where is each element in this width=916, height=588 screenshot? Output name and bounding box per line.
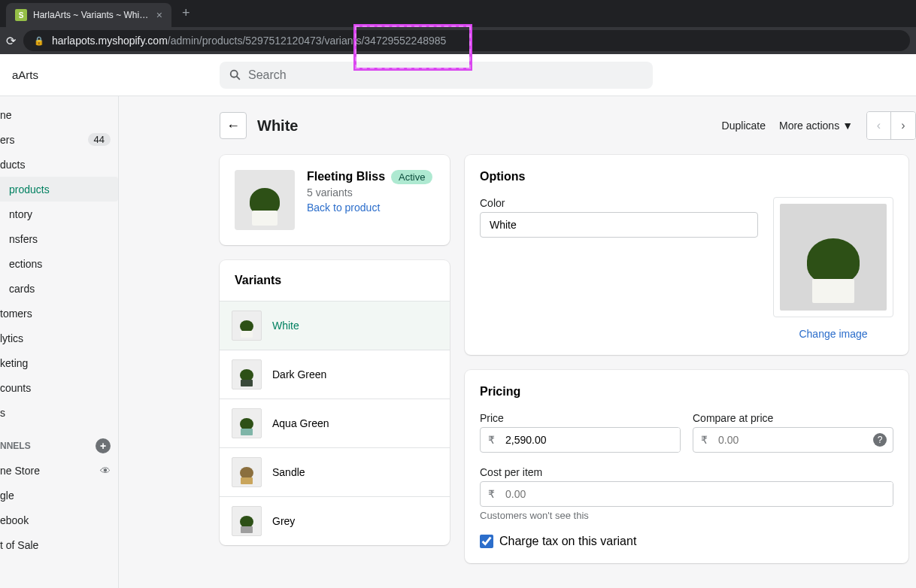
- sidebar-nav: neers44ductsproductsntorynsfersectionsca…: [0, 96, 119, 588]
- search-input[interactable]: Search: [220, 62, 653, 89]
- price-label: Price: [480, 412, 681, 424]
- url-bar[interactable]: 🔒 harlapots.myshopify.com/admin/products…: [23, 30, 910, 51]
- shopify-favicon: S: [15, 9, 27, 21]
- pricing-card: Pricing Price ₹ Compare at price: [465, 370, 908, 563]
- next-variant-button[interactable]: ›: [891, 112, 915, 139]
- variant-thumb: [232, 311, 262, 341]
- sidebar-item[interactable]: counts: [0, 375, 118, 400]
- product-name: Fleeting Bliss: [307, 170, 385, 183]
- variant-item[interactable]: Grey: [220, 496, 450, 545]
- url-text: harlapots.myshopify.com/admin/products/5…: [52, 35, 446, 47]
- prev-variant-button[interactable]: ‹: [867, 112, 891, 139]
- back-to-product-link[interactable]: Back to product: [307, 202, 380, 214]
- main-content: ← White Duplicate More actions▼ ‹ › Flee…: [119, 96, 916, 588]
- variant-item[interactable]: Dark Green: [220, 350, 450, 399]
- variant-image[interactable]: [773, 197, 893, 317]
- duplicate-button[interactable]: Duplicate: [722, 120, 766, 132]
- variant-label: Dark Green: [272, 368, 326, 380]
- close-tab-icon[interactable]: ×: [156, 9, 162, 21]
- variants-list-card: Variants WhiteDark GreenAqua GreenSandle…: [220, 260, 450, 545]
- channels-heading: NNELS+: [0, 425, 118, 458]
- sidebar-item[interactable]: ections: [0, 251, 118, 276]
- sidebar-item[interactable]: ne: [0, 102, 118, 127]
- reload-icon[interactable]: ⟳: [6, 34, 16, 48]
- options-card: Options Color Change image: [465, 155, 908, 355]
- variant-count: 5 variants: [307, 186, 432, 199]
- variant-label: Sandle: [272, 466, 305, 478]
- variant-item[interactable]: White: [220, 301, 450, 350]
- app-topbar: aArts Search: [0, 54, 916, 96]
- color-label: Color: [480, 197, 758, 209]
- sidebar-item[interactable]: ers44: [0, 127, 118, 152]
- color-input[interactable]: [480, 212, 758, 238]
- compare-label: Compare at price: [693, 412, 893, 424]
- variant-thumb: [232, 408, 262, 438]
- variant-item[interactable]: Aqua Green: [220, 399, 450, 447]
- sidebar-item[interactable]: ntory: [0, 202, 118, 226]
- sidebar-item[interactable]: nsfers: [0, 226, 118, 251]
- sidebar-item[interactable]: keting: [0, 350, 118, 375]
- sidebar-channel[interactable]: ne Store👁: [0, 458, 118, 483]
- currency-symbol: ₹: [693, 428, 715, 452]
- cost-label: Cost per item: [480, 466, 893, 478]
- variant-item[interactable]: Sandle: [220, 447, 450, 496]
- charge-tax-checkbox[interactable]: [480, 535, 493, 548]
- options-heading: Options: [480, 170, 893, 183]
- new-tab-button[interactable]: +: [171, 0, 201, 27]
- variant-label: Grey: [272, 515, 295, 527]
- variants-heading: Variants: [220, 260, 450, 301]
- variant-thumb: [232, 506, 262, 536]
- variant-label: Aqua Green: [272, 417, 329, 429]
- cost-input[interactable]: ₹: [480, 481, 893, 507]
- charge-tax-label: Charge tax on this variant: [499, 535, 636, 548]
- price-input[interactable]: ₹: [480, 427, 681, 453]
- pricing-heading: Pricing: [480, 385, 893, 399]
- sidebar-item[interactable]: ducts: [0, 152, 118, 177]
- browser-tab-strip: S HarlaArts ~ Variants ~ White ~ S × +: [0, 0, 916, 27]
- search-placeholder: Search: [248, 68, 287, 82]
- variant-label: White: [272, 320, 299, 332]
- sidebar-channel[interactable]: ebook: [0, 508, 118, 532]
- page-header: ← White Duplicate More actions▼ ‹ ›: [220, 111, 916, 140]
- browser-toolbar: ⟳ 🔒 harlapots.myshopify.com/admin/produc…: [0, 27, 916, 54]
- browser-tab[interactable]: S HarlaArts ~ Variants ~ White ~ S ×: [6, 3, 171, 27]
- eye-icon[interactable]: 👁: [100, 465, 111, 477]
- product-image: [235, 170, 295, 230]
- search-icon: [229, 68, 242, 82]
- sidebar-item[interactable]: cards: [0, 276, 118, 301]
- currency-symbol: ₹: [481, 428, 502, 452]
- store-name: aArts: [12, 68, 220, 81]
- variant-thumb: [232, 359, 262, 389]
- badge-count: 44: [88, 133, 111, 146]
- chevron-down-icon: ▼: [842, 120, 853, 132]
- change-image-link[interactable]: Change image: [773, 328, 893, 340]
- currency-symbol: ₹: [481, 482, 502, 506]
- help-icon[interactable]: ?: [873, 433, 887, 447]
- sidebar-item[interactable]: s: [0, 400, 118, 425]
- page-title: White: [257, 117, 711, 135]
- status-badge: Active: [391, 170, 432, 184]
- sidebar-channel[interactable]: t of Sale: [0, 532, 118, 557]
- lock-icon: 🔒: [34, 36, 44, 46]
- cost-hint: Customers won't see this: [480, 510, 893, 521]
- variant-thumb: [232, 457, 262, 487]
- back-button[interactable]: ←: [220, 112, 247, 139]
- tab-title: HarlaArts ~ Variants ~ White ~ S: [33, 10, 150, 20]
- compare-price-input[interactable]: ₹ ?: [693, 427, 893, 453]
- sidebar-item[interactable]: lytics: [0, 326, 118, 350]
- more-actions-button[interactable]: More actions▼: [779, 120, 853, 132]
- sidebar-item[interactable]: tomers: [0, 301, 118, 326]
- sidebar-item[interactable]: products: [0, 177, 118, 202]
- add-channel-icon[interactable]: +: [96, 438, 111, 453]
- variant-pager: ‹ ›: [866, 111, 916, 140]
- sidebar-channel[interactable]: gle: [0, 483, 118, 508]
- product-summary-card: Fleeting BlissActive 5 variants Back to …: [220, 155, 450, 245]
